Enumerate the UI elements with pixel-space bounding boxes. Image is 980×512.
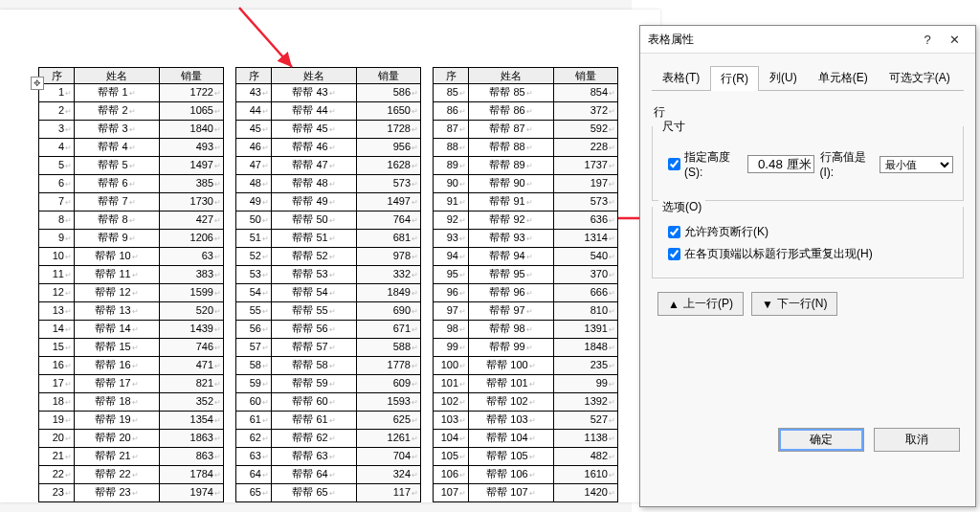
table-row[interactable]: 86↵帮帮 86↵372↵ xyxy=(434,102,618,121)
table-row[interactable]: 12↵帮帮 12↵1599↵ xyxy=(39,284,224,302)
table-row[interactable]: 21↵帮帮 21↵863↵ xyxy=(39,448,224,466)
sales-cell: 117↵ xyxy=(357,484,421,502)
table-row[interactable]: 55↵帮帮 55↵690↵ xyxy=(236,302,421,321)
data-table[interactable]: 序姓名销量43↵帮帮 43↵586↵44↵帮帮 44↵1650↵45↵帮帮 45… xyxy=(235,67,421,502)
help-button[interactable]: ? xyxy=(914,33,941,47)
table-row[interactable]: 59↵帮帮 59↵609↵ xyxy=(236,375,421,393)
table-row[interactable]: 51↵帮帮 51↵681↵ xyxy=(236,230,421,248)
table-row[interactable]: 106↵帮帮 106↵1610↵ xyxy=(434,466,618,484)
table-row[interactable]: 18↵帮帮 18↵352↵ xyxy=(39,393,224,412)
table-row[interactable]: 61↵帮帮 61↵625↵ xyxy=(236,412,421,430)
table-row[interactable]: 64↵帮帮 64↵324↵ xyxy=(236,466,421,484)
table-row[interactable]: 11↵帮帮 11↵383↵ xyxy=(39,266,224,284)
data-table[interactable]: 序姓名销量1↵帮帮 1↵1722↵2↵帮帮 2↵1065↵3↵帮帮 3↵1840… xyxy=(38,67,224,502)
table-row[interactable]: 95↵帮帮 95↵370↵ xyxy=(434,266,618,284)
table-row[interactable]: 58↵帮帮 58↵1778↵ xyxy=(236,357,421,375)
table-row[interactable]: 89↵帮帮 89↵1737↵ xyxy=(434,157,618,175)
table-row[interactable]: 85↵帮帮 85↵854↵ xyxy=(434,84,618,102)
table-row[interactable]: 15↵帮帮 15↵746↵ xyxy=(39,339,224,357)
data-table[interactable]: 序姓名销量85↵帮帮 85↵854↵86↵帮帮 86↵372↵87↵帮帮 87↵… xyxy=(433,67,618,502)
table-row[interactable]: 47↵帮帮 47↵1628↵ xyxy=(236,157,421,175)
table-row[interactable]: 9↵帮帮 9↵1206↵ xyxy=(39,230,224,248)
table-row[interactable]: 97↵帮帮 97↵810↵ xyxy=(434,302,618,321)
table-row[interactable]: 48↵帮帮 48↵573↵ xyxy=(236,175,421,193)
table-row[interactable]: 94↵帮帮 94↵540↵ xyxy=(434,248,618,266)
table-row[interactable]: 90↵帮帮 90↵197↵ xyxy=(434,175,618,193)
table-row[interactable]: 65↵帮帮 65↵117↵ xyxy=(236,484,421,502)
table-row[interactable]: 1↵帮帮 1↵1722↵ xyxy=(39,84,224,102)
sales-cell: 482↵ xyxy=(554,448,618,466)
row-height-select[interactable]: 最小值 xyxy=(880,156,953,173)
tab-3[interactable]: 单元格(E) xyxy=(808,65,879,90)
tab-2[interactable]: 列(U) xyxy=(759,65,808,90)
next-row-button[interactable]: ▼下一行(N) xyxy=(751,292,838,316)
table-row[interactable]: 107↵帮帮 107↵1420↵ xyxy=(434,484,618,502)
table-row[interactable]: 102↵帮帮 102↵1392↵ xyxy=(434,393,618,412)
table-row[interactable]: 57↵帮帮 57↵588↵ xyxy=(236,339,421,357)
table-row[interactable]: 5↵帮帮 5↵1497↵ xyxy=(39,157,224,175)
table-row[interactable]: 99↵帮帮 99↵1848↵ xyxy=(434,339,618,357)
table-row[interactable]: 93↵帮帮 93↵1314↵ xyxy=(434,230,618,248)
table-row[interactable]: 44↵帮帮 44↵1650↵ xyxy=(236,102,421,121)
table-anchor-icon[interactable]: ✥ xyxy=(31,77,44,90)
name-cell: 帮帮 51↵ xyxy=(272,230,357,248)
table-properties-dialog: 表格属性 ? ✕ 表格(T)行(R)列(U)单元格(E)可选文字(A) 行 尺寸… xyxy=(639,25,976,507)
prev-row-button[interactable]: ▲上一行(P) xyxy=(657,292,744,316)
word-document-area: ✥ 序姓名销量1↵帮帮 1↵1722↵2↵帮帮 2↵1065↵3↵帮帮 3↵18… xyxy=(0,0,632,512)
table-row[interactable]: 7↵帮帮 7↵1730↵ xyxy=(39,193,224,211)
table-row[interactable]: 104↵帮帮 104↵1138↵ xyxy=(434,430,618,448)
table-row[interactable]: 63↵帮帮 63↵704↵ xyxy=(236,448,421,466)
table-row[interactable]: 98↵帮帮 98↵1391↵ xyxy=(434,321,618,339)
table-row[interactable]: 52↵帮帮 52↵978↵ xyxy=(236,248,421,266)
table-row[interactable]: 19↵帮帮 19↵1354↵ xyxy=(39,412,224,430)
tab-1[interactable]: 行(R) xyxy=(710,66,759,91)
table-row[interactable]: 20↵帮帮 20↵1863↵ xyxy=(39,430,224,448)
table-row[interactable]: 8↵帮帮 8↵427↵ xyxy=(39,211,224,230)
table-row[interactable]: 101↵帮帮 101↵99↵ xyxy=(434,375,618,393)
idx-cell: 56↵ xyxy=(236,321,272,339)
table-row[interactable]: 45↵帮帮 45↵1728↵ xyxy=(236,121,421,139)
table-row[interactable]: 2↵帮帮 2↵1065↵ xyxy=(39,102,224,121)
idx-cell: 63↵ xyxy=(236,448,272,466)
table-row[interactable]: 43↵帮帮 43↵586↵ xyxy=(236,84,421,102)
table-row[interactable]: 54↵帮帮 54↵1849↵ xyxy=(236,284,421,302)
height-input[interactable] xyxy=(747,155,814,173)
name-cell: 帮帮 107↵ xyxy=(469,484,554,502)
table-row[interactable]: 88↵帮帮 88↵228↵ xyxy=(434,139,618,157)
close-button[interactable]: ✕ xyxy=(941,33,968,47)
tab-0[interactable]: 表格(T) xyxy=(652,65,710,90)
cancel-button[interactable]: 取消 xyxy=(874,428,960,452)
table-row[interactable]: 91↵帮帮 91↵573↵ xyxy=(434,193,618,211)
table-row[interactable]: 50↵帮帮 50↵764↵ xyxy=(236,211,421,230)
tab-4[interactable]: 可选文字(A) xyxy=(879,65,961,90)
table-row[interactable]: 56↵帮帮 56↵671↵ xyxy=(236,321,421,339)
table-row[interactable]: 4↵帮帮 4↵493↵ xyxy=(39,139,224,157)
table-row[interactable]: 105↵帮帮 105↵482↵ xyxy=(434,448,618,466)
table-row[interactable]: 60↵帮帮 60↵1593↵ xyxy=(236,393,421,412)
ok-button[interactable]: 确定 xyxy=(778,428,864,452)
table-row[interactable]: 49↵帮帮 49↵1497↵ xyxy=(236,193,421,211)
name-cell: 帮帮 62↵ xyxy=(272,430,357,448)
table-row[interactable]: 46↵帮帮 46↵956↵ xyxy=(236,139,421,157)
table-row[interactable]: 10↵帮帮 10↵63↵ xyxy=(39,248,224,266)
table-row[interactable]: 23↵帮帮 23↵1974↵ xyxy=(39,484,224,502)
table-row[interactable]: 14↵帮帮 14↵1439↵ xyxy=(39,321,224,339)
table-row[interactable]: 100↵帮帮 100↵235↵ xyxy=(434,357,618,375)
size-group: 尺寸 指定高度(S): 行高值是(I): 最小值 xyxy=(652,126,964,201)
table-row[interactable]: 16↵帮帮 16↵471↵ xyxy=(39,357,224,375)
table-row[interactable]: 13↵帮帮 13↵520↵ xyxy=(39,302,224,321)
table-row[interactable]: 96↵帮帮 96↵666↵ xyxy=(434,284,618,302)
table-row[interactable]: 22↵帮帮 22↵1784↵ xyxy=(39,466,224,484)
table-row[interactable]: 17↵帮帮 17↵821↵ xyxy=(39,375,224,393)
table-row[interactable]: 53↵帮帮 53↵332↵ xyxy=(236,266,421,284)
table-row[interactable]: 92↵帮帮 92↵636↵ xyxy=(434,211,618,230)
table-row[interactable]: 6↵帮帮 6↵385↵ xyxy=(39,175,224,193)
table-row[interactable]: 87↵帮帮 87↵592↵ xyxy=(434,121,618,139)
idx-cell: 20↵ xyxy=(39,430,75,448)
table-row[interactable]: 103↵帮帮 103↵527↵ xyxy=(434,412,618,430)
repeat-header-checkbox[interactable]: 在各页顶端以标题行形式重复出现(H) xyxy=(668,246,953,262)
table-row[interactable]: 3↵帮帮 3↵1840↵ xyxy=(39,121,224,139)
table-row[interactable]: 62↵帮帮 62↵1261↵ xyxy=(236,430,421,448)
allow-break-checkbox[interactable]: 允许跨页断行(K) xyxy=(668,224,953,240)
specify-height-checkbox[interactable]: 指定高度(S): xyxy=(668,149,742,179)
